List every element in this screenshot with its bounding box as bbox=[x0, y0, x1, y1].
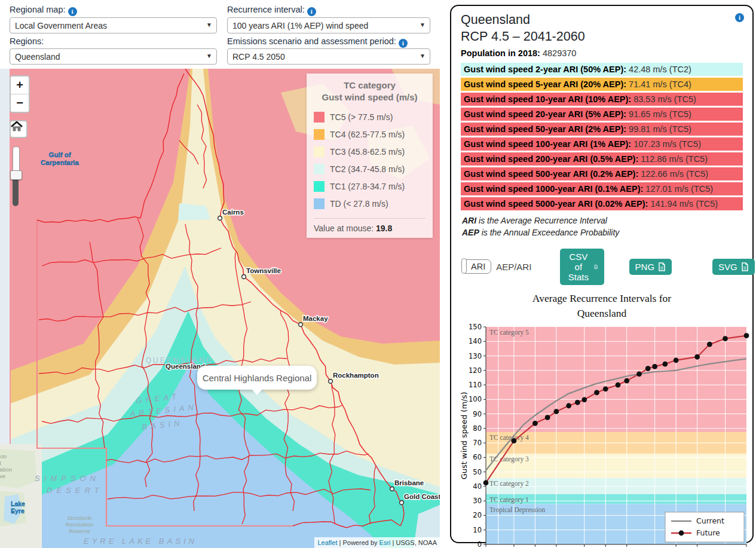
info-icon[interactable] bbox=[68, 7, 77, 16]
actions-row: ARI AEP/ARI CSV of Stats PNG SVG bbox=[462, 249, 742, 285]
regional-map-label: Regional map: bbox=[10, 5, 77, 16]
y-tick-label: 10 bbox=[473, 526, 482, 534]
legend-label: TC3 (45.8-62.5 m/s) bbox=[330, 147, 405, 157]
home-button[interactable] bbox=[10, 120, 27, 138]
data-point bbox=[603, 387, 608, 392]
svg-button[interactable]: SVG bbox=[712, 259, 755, 275]
map-legend: TC category Gust wind speed (m/s) TC5 (>… bbox=[307, 74, 433, 238]
svg-text:SIMPSON: SIMPSON bbox=[35, 474, 100, 483]
stat-row: Gust wind speed 200-year ARI (0.5% AEP):… bbox=[461, 152, 743, 166]
map-tooltip-text: Central Highlands Regional bbox=[203, 373, 312, 383]
population-line: Population in 2018: 4829370 bbox=[461, 48, 743, 58]
toggle-side-label: AEP/ARI bbox=[496, 262, 531, 272]
strzelecki-label: Strzelecki Recreation Reserve bbox=[66, 515, 93, 534]
stat-row: Gust wind speed 2-year ARI (50% AEP): 42… bbox=[461, 63, 743, 76]
region-name: Queensland bbox=[461, 12, 743, 29]
band-label: TC category 1 bbox=[489, 496, 529, 504]
legend-label: TC1 (27.8-34.7 m/s) bbox=[330, 182, 405, 191]
lake-eyre-label: Lake Eyre bbox=[11, 500, 25, 515]
zoom-out-button[interactable]: − bbox=[11, 94, 29, 112]
map-legend-title: TC category Gust wind speed (m/s) bbox=[314, 79, 426, 104]
map-legend-item: TC5 (> 77.5 m/s) bbox=[314, 109, 426, 126]
band-label: TC category 3 bbox=[489, 456, 529, 464]
y-tick-label: 140 bbox=[469, 338, 482, 346]
chart-title: Average Recurrence Intervals for Queensl… bbox=[461, 291, 743, 322]
stat-row: Gust wind speed 100-year ARI (1% AEP): 1… bbox=[461, 137, 743, 151]
panel-title: Queensland RCP 4.5 – 2041-2060 bbox=[461, 12, 743, 45]
regional-map-select[interactable]: Local Government Areas bbox=[10, 17, 217, 33]
legend-label: TC4 (62.5-77.5 m/s) bbox=[330, 130, 405, 139]
svg-text:Recreation: Recreation bbox=[66, 521, 93, 528]
stat-row: Gust wind speed 500-year ARI (0.2% AEP):… bbox=[461, 167, 743, 180]
zoom-control: + − bbox=[10, 75, 30, 113]
data-point bbox=[662, 362, 668, 367]
city-label: Townsville bbox=[246, 267, 281, 274]
recurrence-select[interactable]: 100 years ARI (1% AEP) wind speed bbox=[227, 17, 430, 33]
esri-link[interactable]: Esri bbox=[379, 539, 391, 546]
regions-label: Regions: bbox=[10, 36, 44, 46]
emissions-label: Emissions scenario and assessment period… bbox=[227, 36, 408, 48]
y-tick-label: 20 bbox=[473, 512, 482, 520]
data-point bbox=[575, 400, 580, 405]
regions-select[interactable]: Queensland bbox=[10, 48, 217, 65]
legend-swatch bbox=[314, 181, 325, 192]
chart-canvas: TC category 5TC category 4TC category 3T… bbox=[461, 322, 751, 548]
toggle-state-label: ARI bbox=[471, 262, 485, 271]
data-point bbox=[616, 382, 621, 388]
y-tick-label: 70 bbox=[473, 439, 482, 448]
data-point bbox=[652, 364, 657, 369]
svg-text:DESERT: DESERT bbox=[47, 486, 103, 495]
map-legend-item: TD (< 27.8 m/s) bbox=[314, 195, 426, 213]
legend-label: TC2 (34.7-45.8 m/s) bbox=[330, 164, 405, 174]
emissions-select[interactable]: RCP 4.5 2050 bbox=[227, 48, 430, 65]
city-label: Mackay bbox=[303, 315, 328, 322]
ari-aep-toggle[interactable]: ARI bbox=[462, 259, 491, 274]
png-button[interactable]: PNG bbox=[629, 259, 672, 275]
slider-track-bottom[interactable] bbox=[13, 179, 19, 206]
y-tick-label: 80 bbox=[473, 424, 482, 433]
city-label: Gold Coast bbox=[404, 493, 440, 500]
chart-band bbox=[486, 327, 746, 432]
eyre-basin-label: EYRE LAKE BASIN bbox=[84, 537, 197, 546]
data-point bbox=[723, 336, 728, 342]
opacity-slider bbox=[9, 146, 22, 206]
file-icon bbox=[594, 262, 598, 271]
svg-text:Reserve: Reserve bbox=[0, 473, 5, 479]
stats-list: Gust wind speed 2-year ARI (50% AEP): 42… bbox=[461, 63, 743, 210]
map-legend-item: TC1 (27.8-34.7 m/s) bbox=[314, 178, 426, 195]
y-tick-label: 150 bbox=[469, 323, 482, 331]
map-tooltip: Central Highlands Regional bbox=[197, 366, 317, 390]
y-tick-label: 0 bbox=[478, 540, 482, 548]
data-point bbox=[694, 354, 700, 360]
y-tick-label: 110 bbox=[469, 381, 482, 389]
stat-row: Gust wind speed 10-year ARI (10% AEP): 8… bbox=[461, 93, 743, 106]
legend-swatch bbox=[314, 164, 325, 174]
zoom-in-button[interactable]: + bbox=[11, 76, 29, 94]
csv-button[interactable]: CSV of Stats bbox=[560, 249, 604, 285]
gulf-label: Carpentaria bbox=[41, 159, 79, 166]
stat-row: Gust wind speed 5000-year ARI (0.02% AEP… bbox=[461, 197, 743, 210]
legend-label: TD (< 27.8 m/s) bbox=[330, 199, 388, 209]
data-point bbox=[566, 403, 571, 409]
svg-text:Lake: Lake bbox=[11, 500, 25, 507]
leaflet-map[interactable]: Gulf of Carpentaria QUEENSLAND Queenslan… bbox=[0, 69, 440, 548]
regions-select-wrap: Queensland ▼ bbox=[10, 48, 217, 65]
y-tick-label: 90 bbox=[473, 410, 482, 418]
data-point bbox=[545, 415, 550, 421]
info-icon[interactable] bbox=[735, 13, 744, 22]
svg-text:Reserve: Reserve bbox=[69, 528, 90, 534]
recurrence-label: Recurrence interval: bbox=[227, 5, 316, 16]
emissions-label-text: Emissions scenario and assessment period… bbox=[227, 36, 396, 46]
recurrence-label-text: Recurrence interval: bbox=[227, 5, 305, 14]
home-icon bbox=[11, 121, 23, 132]
leaflet-link[interactable]: Leaflet bbox=[317, 539, 337, 546]
toggle-knob[interactable] bbox=[461, 258, 467, 274]
y-tick-label: 100 bbox=[469, 396, 482, 404]
info-icon[interactable] bbox=[399, 39, 408, 48]
info-icon[interactable] bbox=[307, 7, 316, 16]
scenario-period: RCP 4.5 – 2041-2060 bbox=[461, 29, 743, 45]
slider-handle[interactable] bbox=[10, 170, 22, 180]
data-point bbox=[674, 358, 679, 363]
city-label: Cairns bbox=[222, 209, 244, 216]
legend-entry: Future bbox=[696, 528, 720, 537]
